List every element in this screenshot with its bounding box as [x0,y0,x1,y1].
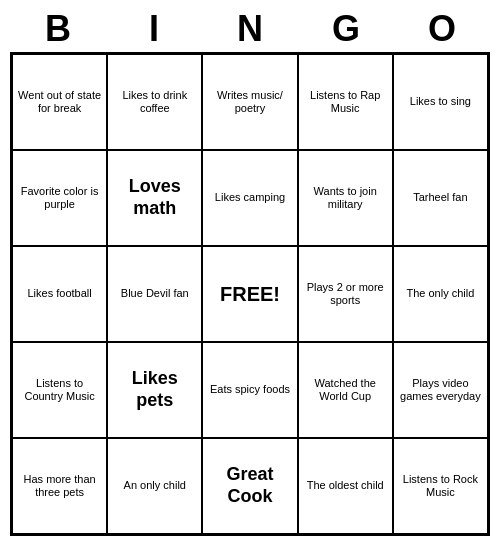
header-o: O [397,8,487,50]
bingo-cell-4: Likes to sing [393,54,488,150]
bingo-cell-9: Tarheel fan [393,150,488,246]
bingo-cell-16: Likes pets [107,342,202,438]
bingo-cell-1: Likes to drink coffee [107,54,202,150]
bingo-grid: Went out of state for breakLikes to drin… [10,52,490,536]
bingo-cell-20: Has more than three pets [12,438,107,534]
header-n: N [205,8,295,50]
bingo-cell-15: Listens to Country Music [12,342,107,438]
bingo-cell-22: Great Cook [202,438,297,534]
bingo-cell-24: Listens to Rock Music [393,438,488,534]
bingo-cell-14: The only child [393,246,488,342]
bingo-cell-13: Plays 2 or more sports [298,246,393,342]
bingo-cell-7: Likes camping [202,150,297,246]
bingo-cell-3: Listens to Rap Music [298,54,393,150]
bingo-header: B I N G O [10,8,490,50]
bingo-cell-5: Favorite color is purple [12,150,107,246]
bingo-cell-2: Writes music/ poetry [202,54,297,150]
bingo-cell-18: Watched the World Cup [298,342,393,438]
bingo-cell-0: Went out of state for break [12,54,107,150]
bingo-cell-21: An only child [107,438,202,534]
header-g: G [301,8,391,50]
bingo-cell-6: Loves math [107,150,202,246]
bingo-cell-8: Wants to join military [298,150,393,246]
header-b: B [13,8,103,50]
bingo-cell-19: Plays video games everyday [393,342,488,438]
header-i: I [109,8,199,50]
bingo-cell-11: Blue Devil fan [107,246,202,342]
bingo-cell-12: FREE! [202,246,297,342]
bingo-cell-10: Likes football [12,246,107,342]
bingo-cell-17: Eats spicy foods [202,342,297,438]
bingo-cell-23: The oldest child [298,438,393,534]
